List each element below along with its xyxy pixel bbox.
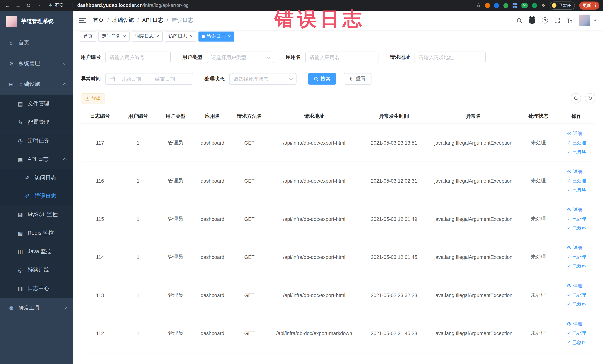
- hamburger-icon[interactable]: [79, 18, 86, 23]
- reset-button[interactable]: ↻ 重置: [344, 73, 371, 84]
- mark-ignored-link[interactable]: ✓ 已忽略: [567, 338, 586, 347]
- sidebar-item[interactable]: ◫ Java 监控: [0, 242, 73, 261]
- sidebar-item[interactable]: ▦ MySQL 监控: [0, 205, 73, 224]
- check-icon: ✓: [567, 138, 571, 147]
- search-button[interactable]: 搜索: [308, 73, 336, 84]
- back-icon[interactable]: ←: [4, 2, 12, 8]
- app-name-input[interactable]: [305, 52, 378, 63]
- tab[interactable]: 首页: [80, 31, 96, 41]
- detail-link[interactable]: 详细: [567, 167, 582, 176]
- end-date-input[interactable]: [151, 76, 179, 82]
- request-url-input[interactable]: [415, 52, 486, 63]
- search-icon[interactable]: [517, 17, 522, 23]
- site-security-indicator[interactable]: ⚠ 不安全: [48, 2, 68, 9]
- fullscreen-icon[interactable]: [555, 18, 560, 23]
- sidebar-item[interactable]: ⌂ 首页: [0, 32, 73, 53]
- breadcrumb-item[interactable]: API 日志: [142, 17, 163, 24]
- sidebar-item[interactable]: ◷ 定时任务: [0, 132, 73, 150]
- user-type-select-input[interactable]: [207, 52, 274, 63]
- close-icon[interactable]: ×: [228, 34, 231, 39]
- detail-link[interactable]: 详细: [567, 205, 582, 214]
- mark-ignored-link[interactable]: ✓ 已忽略: [567, 262, 586, 271]
- mark-processed-link[interactable]: ✓ 已处理: [567, 290, 586, 300]
- avatar-caret-icon[interactable]: [594, 20, 597, 21]
- mark-processed-link[interactable]: ✓ 已处理: [567, 329, 586, 338]
- mark-processed-link[interactable]: ✓ 已处理: [567, 176, 586, 186]
- user-id-label: 用户编号: [81, 54, 101, 61]
- start-date-input[interactable]: [117, 76, 145, 82]
- sidebar-item[interactable]: ▩ Redis 监控: [0, 224, 73, 242]
- extensions-puzzle-icon[interactable]: ❖: [541, 3, 545, 8]
- search-toggle-button[interactable]: [571, 93, 581, 104]
- help-icon[interactable]: ?: [542, 17, 548, 23]
- home-icon[interactable]: ⌂: [35, 2, 43, 8]
- user-id-input[interactable]: [105, 52, 171, 63]
- mark-ignored-link[interactable]: ✓ 已忽略: [567, 186, 586, 195]
- date-range-picker[interactable]: -: [105, 73, 193, 84]
- close-icon[interactable]: ×: [156, 34, 159, 39]
- forward-icon[interactable]: →: [14, 2, 22, 8]
- tab[interactable]: 调度日志 ×: [132, 31, 163, 41]
- extension-icon-orange[interactable]: [485, 3, 490, 8]
- close-icon[interactable]: ×: [190, 34, 193, 39]
- extension-icon-blue[interactable]: [494, 3, 499, 8]
- breadcrumb-item: 错误日志: [172, 17, 193, 24]
- detail-link-label: 详细: [573, 167, 582, 176]
- browser-menu-icon[interactable]: ⋮: [593, 3, 598, 8]
- mark-processed-link[interactable]: ✓ 已处理: [567, 252, 586, 262]
- extension-icon-grid[interactable]: [513, 3, 517, 8]
- sidebar-item[interactable]: ✎ 配置管理: [0, 113, 73, 132]
- refresh-button[interactable]: ↻: [585, 93, 595, 104]
- check-icon: ✓: [567, 329, 571, 338]
- process-status-select[interactable]: [229, 73, 296, 84]
- mark-processed-link[interactable]: ✓ 已处理: [567, 214, 586, 224]
- breadcrumb-item[interactable]: 首页: [93, 17, 104, 24]
- avatar[interactable]: [579, 15, 590, 26]
- font-size-icon[interactable]: TT: [567, 17, 572, 23]
- tab[interactable]: 定时任务 ×: [98, 31, 129, 41]
- eye-icon: [567, 322, 571, 326]
- sidebar-item[interactable]: ⊞ 基础设施: [0, 74, 73, 94]
- tab[interactable]: 访问日志 ×: [165, 31, 196, 41]
- security-label: 不安全: [55, 2, 69, 9]
- process-status-select-input[interactable]: [229, 73, 296, 84]
- sidebar-item[interactable]: ▣ API 日志: [0, 150, 73, 169]
- github-icon[interactable]: [529, 17, 535, 23]
- export-button[interactable]: 导出: [81, 93, 105, 103]
- tab[interactable]: 错误日志 ×: [198, 31, 234, 41]
- mark-ignored-link[interactable]: ✓ 已忽略: [567, 147, 586, 157]
- col-actions: 操作: [557, 109, 595, 124]
- reload-icon[interactable]: ↻: [25, 2, 32, 8]
- mark-ignored-link[interactable]: ✓ 已忽略: [567, 223, 586, 233]
- close-icon[interactable]: ×: [123, 34, 126, 39]
- detail-link[interactable]: 详细: [567, 319, 582, 329]
- sidebar-item[interactable]: ✐ 访问日志: [0, 169, 73, 187]
- sidebar-item[interactable]: ✐ 错误日志: [0, 187, 73, 205]
- sidebar-item[interactable]: ⚙ 系统管理: [0, 53, 73, 74]
- user-type-select[interactable]: [207, 52, 274, 63]
- mark-processed-link[interactable]: ✓ 已处理: [567, 138, 586, 147]
- main-area: 首页/基础设施/API 日志/错误日志 ? TT 首页: [73, 11, 603, 364]
- top-navbar: 首页/基础设施/API 日志/错误日志 ? TT: [73, 11, 603, 30]
- detail-link[interactable]: 详细: [567, 129, 582, 138]
- filter-user-id: 用户编号: [81, 52, 171, 63]
- address-bar[interactable]: dashboard.yudao.iocoder.cn/infra/log/api…: [77, 3, 189, 8]
- sidebar-item[interactable]: ▤ 文件管理: [0, 94, 73, 113]
- breadcrumb-item[interactable]: 基础设施: [112, 17, 134, 24]
- sidebar-item[interactable]: ▥ 日志中心: [0, 279, 73, 298]
- sidebar-item[interactable]: ◎ 链路追踪: [0, 261, 73, 280]
- detail-link[interactable]: 详细: [567, 281, 582, 291]
- extension-on-badge[interactable]: on: [522, 3, 528, 8]
- cell-actions: 详细 ✓ 已处理 ✓ 已忽略: [557, 162, 595, 200]
- update-button[interactable]: 更新 ⋮: [579, 1, 599, 10]
- paused-badge[interactable]: 已暂停: [550, 1, 575, 10]
- bookmark-star-icon[interactable]: ☆: [476, 2, 481, 8]
- extension-icon-green[interactable]: [504, 3, 509, 8]
- sidebar-item[interactable]: ☸ 研发工具: [0, 298, 73, 318]
- error-log-table: 日志编号 用户编号 用户类型 应用名 请求方法名 请求地址 异常发生时间 异常名…: [81, 109, 595, 352]
- mark-ignored-link[interactable]: ✓ 已忽略: [567, 300, 586, 309]
- app-logo-row[interactable]: 芋道管理系统: [0, 11, 73, 32]
- col-method: 请求方法名: [231, 109, 268, 124]
- extension-icon-leaf[interactable]: [532, 3, 537, 8]
- detail-link[interactable]: 详细: [567, 243, 582, 252]
